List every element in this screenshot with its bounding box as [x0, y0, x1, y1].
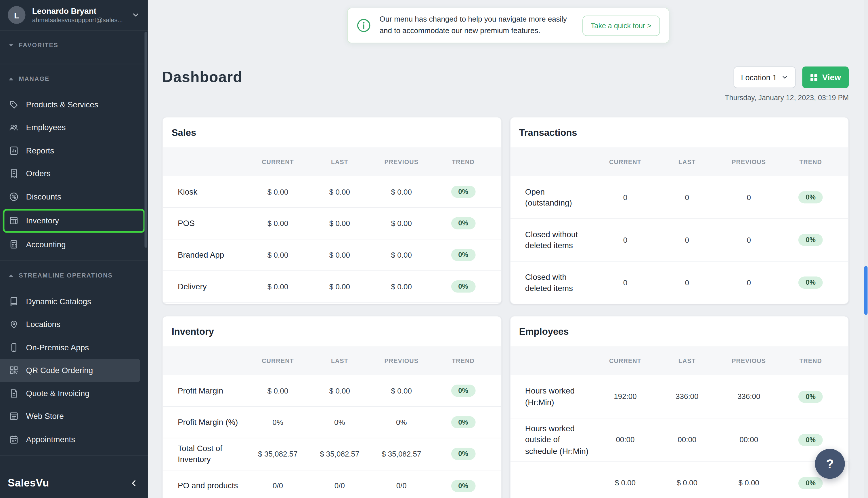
sidebar-item-orders[interactable]: Orders	[0, 162, 148, 185]
dynamic-catalogs-icon	[9, 296, 19, 306]
cell-previous: $ 0.00	[718, 479, 780, 487]
row-label: Delivery	[172, 281, 244, 292]
cell-trend: 0%	[780, 433, 842, 446]
sidebar-item-dynamic-catalogs[interactable]: Dynamic Catalogs	[0, 290, 148, 313]
quick-tour-button[interactable]: Take a quick tour >	[582, 15, 660, 36]
section-favorites-toggle[interactable]: FAVORITES	[0, 30, 148, 59]
scrollbar-thumb[interactable]	[864, 266, 868, 315]
cell-previous: 0/0	[370, 482, 432, 490]
table-row: Hours worked (Hr:Min) 192:00 336:00 336:…	[510, 375, 848, 418]
grid-icon	[810, 74, 818, 81]
sidebar-scrollbar-thumb[interactable]	[144, 32, 147, 248]
web-store-icon	[9, 411, 19, 421]
cell-current: 00:00	[594, 435, 656, 444]
qr-code-icon	[9, 365, 19, 375]
cell-current: 192:00	[594, 392, 656, 401]
sidebar-item-appointments[interactable]: Appointments	[0, 428, 148, 451]
table-row: Profit Margin (%) 0% 0% 0% 0%	[163, 407, 501, 438]
quote-invoicing-icon	[9, 388, 19, 398]
cell-trend: 0%	[432, 186, 494, 198]
cell-current: $ 0.00	[247, 219, 309, 227]
sidebar-item-accounting[interactable]: Accounting	[0, 233, 148, 256]
card-title: Employees	[510, 316, 848, 346]
sidebar-item-label: Products & Services	[26, 100, 98, 109]
section-streamline-toggle[interactable]: STREAMLINE OPERATIONS	[0, 261, 148, 290]
row-label: Hours worked outside of schedule (Hr:Min…	[519, 423, 592, 457]
sidebar-item-discounts[interactable]: Discounts	[0, 185, 148, 208]
column-header: CURRENT	[247, 357, 309, 364]
sidebar-item-inventory[interactable]: Inventory	[3, 209, 145, 233]
collapse-sidebar-button[interactable]	[129, 478, 139, 488]
cell-last: 00:00	[656, 435, 718, 444]
sidebar-item-reports[interactable]: Reports	[0, 139, 148, 162]
expand-triangle-icon	[9, 274, 13, 277]
column-header: TREND	[432, 357, 494, 364]
cell-trend: 0%	[780, 234, 842, 246]
view-button[interactable]: View	[802, 66, 849, 88]
chevron-down-icon	[781, 74, 788, 81]
column-header: PREVIOUS	[370, 159, 432, 165]
employees-icon	[9, 123, 19, 133]
inventory-icon	[9, 215, 19, 226]
sidebar: L Leonardo Bryant ahmetsalesvusuppport@s…	[0, 0, 148, 498]
user-name: Leonardo Bryant	[32, 6, 124, 15]
sidebar-item-label: Reports	[26, 146, 54, 155]
user-menu[interactable]: L Leonardo Bryant ahmetsalesvusuppport@s…	[0, 0, 148, 30]
expand-triangle-icon	[9, 77, 13, 80]
reports-icon	[9, 146, 19, 156]
main-content: Our menu has changed to help you navigat…	[148, 0, 868, 498]
sidebar-item-on-premise-apps[interactable]: On-Premise Apps	[0, 336, 148, 359]
table-row: Closed without deleted items 0 0 0 0%	[510, 219, 848, 261]
sidebar-logo: SalesVu	[8, 477, 49, 489]
cell-trend: 0%	[432, 217, 494, 230]
chevron-down-icon	[131, 11, 140, 19]
sidebar-item-employees[interactable]: Employees	[0, 116, 148, 139]
cell-previous: 0	[718, 278, 780, 287]
section-manage-toggle[interactable]: MANAGE	[0, 64, 148, 93]
on-premise-apps-icon	[9, 342, 19, 352]
trend-badge: 0%	[451, 384, 475, 397]
sidebar-item-web-store[interactable]: Web Store	[0, 405, 148, 428]
sidebar-item-quote-invoicing[interactable]: Quote & Invoicing	[0, 382, 148, 405]
cell-last: 0/0	[309, 482, 370, 490]
sidebar-item-locations[interactable]: Locations	[0, 313, 148, 336]
view-button-label: View	[822, 73, 841, 82]
trend-badge: 0%	[451, 416, 475, 428]
table-row: Closed with deleted items 0 0 0 0%	[510, 262, 848, 304]
help-button[interactable]: ?	[815, 449, 845, 479]
column-header: PREVIOUS	[718, 159, 780, 165]
trend-badge: 0%	[451, 186, 475, 198]
cell-current: $ 0.00	[247, 386, 309, 395]
main-scrollbar[interactable]	[864, 0, 868, 498]
cell-last: 0	[656, 193, 718, 201]
cell-trend: 0%	[432, 416, 494, 428]
column-header: TREND	[780, 159, 842, 165]
trend-badge: 0%	[798, 277, 823, 289]
table-row: $ 0.00 $ 0.00 $ 0.00 0%	[510, 462, 848, 498]
sidebar-item-qr-code-ordering[interactable]: QR Code Ordering	[0, 359, 140, 382]
accounting-icon	[9, 239, 19, 250]
cell-trend: 0%	[432, 280, 494, 292]
cell-previous: $ 0.00	[370, 219, 432, 227]
sidebar-item-label: Orders	[26, 169, 50, 178]
sidebar-item-products-services[interactable]: Products & Services	[0, 93, 148, 116]
section-manage: MANAGE Products & Services Employees Rep…	[0, 64, 148, 261]
cell-previous: 0	[718, 236, 780, 244]
table-header: CURRENT LAST PREVIOUS TREND	[510, 147, 848, 176]
info-icon	[356, 18, 371, 33]
row-label: Hours worked (Hr:Min)	[519, 385, 592, 408]
cell-previous: $ 0.00	[370, 386, 432, 395]
column-header: PREVIOUS	[370, 357, 432, 364]
sidebar-item-label: Web Store	[26, 412, 64, 421]
trend-badge: 0%	[451, 480, 475, 492]
manage-nav: Products & Services Employees Reports Or…	[0, 93, 148, 256]
inventory-card: Inventory CURRENT LAST PREVIOUS TREND Pr…	[162, 316, 501, 498]
row-label: Open (outstanding)	[519, 186, 592, 208]
cell-last: $ 0.00	[309, 251, 370, 259]
streamline-nav: Dynamic Catalogs Locations On-Premise Ap…	[0, 290, 148, 451]
location-selector[interactable]: Location 1	[734, 66, 796, 88]
card-title: Inventory	[163, 316, 501, 346]
table-row: Open (outstanding) 0 0 0 0%	[510, 176, 848, 219]
row-label: Kiosk	[172, 186, 244, 197]
table-header: CURRENT LAST PREVIOUS TREND	[163, 147, 501, 176]
